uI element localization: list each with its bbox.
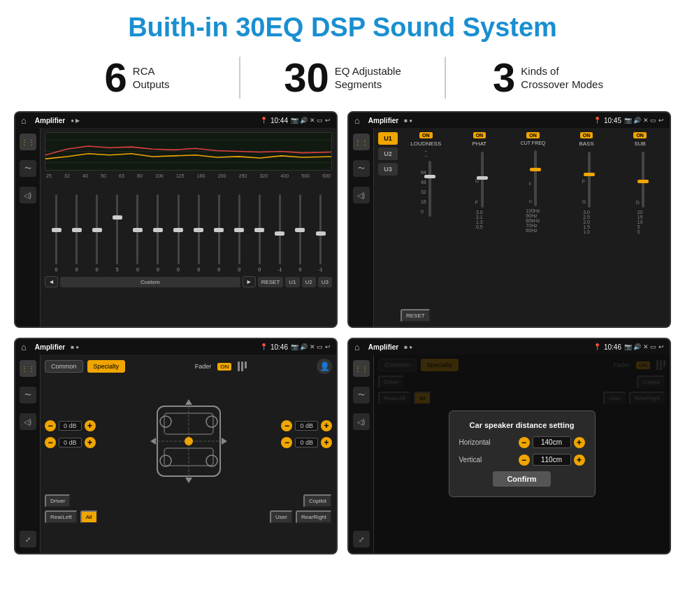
slider-track-6[interactable] [178,194,180,264]
phat-slider[interactable] [481,152,484,208]
expand-icon-4[interactable]: ⤢ [353,531,370,547]
rearleft-btn[interactable]: RearLeft [45,510,78,524]
slider-thumb-8 [214,228,224,232]
right-vol-controls: − 0 dB + − 0 dB + [281,420,332,448]
wave-icon-2[interactable]: 〜 [353,160,370,177]
common-tab[interactable]: Common [45,360,83,373]
horizontal-plus-button[interactable]: + [574,437,585,448]
slider-track-1[interactable] [75,194,78,264]
slider-track-5[interactable] [157,194,159,264]
app-name-3: Amplifier [35,343,65,351]
wave-icon-3[interactable]: 〜 [20,387,36,403]
eq-icon-3[interactable]: ⋮⋮ [20,360,36,377]
vertical-plus-button[interactable]: + [574,454,585,466]
eq-icon-2[interactable]: ⋮⋮ [353,134,370,150]
slider-track-10[interactable] [259,194,261,264]
eq-slider-11: -1 [270,194,290,272]
speaker-icon-3[interactable]: ◁) [20,413,36,430]
horizontal-minus-button[interactable]: − [519,437,530,448]
eq-custom-button[interactable]: Custom [60,277,240,287]
location-icon-1: 📍 [260,117,268,124]
preset-u2[interactable]: U2 [378,148,398,160]
eq-icon-4[interactable]: ⋮⋮ [353,360,370,377]
sub-slider[interactable] [642,152,644,208]
amp-phat-col: ON PHAT GF 3.02.11.30.5 [454,132,505,303]
slider-thumb-11 [275,231,284,236]
bass-thumb [584,173,595,176]
eq-u2-button[interactable]: U2 [302,277,316,287]
preset-u3[interactable]: U3 [378,163,398,176]
slider-track-2[interactable] [96,194,98,264]
time-1: 10:44 [271,117,288,124]
loudness-slider[interactable] [428,161,431,217]
preset-u1[interactable]: U1 [378,132,398,145]
eq-slider-7: 0 [189,194,209,272]
slider-track-0[interactable] [55,194,57,264]
eq-reset-button[interactable]: RESET [258,277,284,287]
speaker-icon-4[interactable]: ◁) [353,413,370,430]
amp-reset-button[interactable]: RESET [401,309,431,322]
slider-track-4[interactable] [136,194,138,264]
vol-minus-bl[interactable]: − [45,437,56,448]
slider-track-9[interactable] [238,194,240,264]
speaker-icon-1[interactable]: ◁) [20,187,36,203]
vol-plus-tr[interactable]: + [321,420,332,431]
slider-thumb-10 [254,228,264,232]
specialty-screen: ⌂ Amplifier ■ ● 📍 10:46 📷 🔊 ✕ ▭ ↩ ⋮⋮ 〜 ◁… [14,338,338,554]
vol-minus-tr[interactable]: − [281,420,292,431]
confirm-button[interactable]: Confirm [493,471,550,487]
eq-bottom-bar: ◄ Custom ► RESET U1 U2 U3 [45,276,332,287]
amp-cutfreq-col: ON CUT FREQ FG 100Hz90Hz80kHz70Hz60Hz [507,132,558,303]
eq-prev-button[interactable]: ◄ [45,276,58,287]
slider-thumb-0 [52,228,62,232]
vol-minus-br[interactable]: − [281,437,292,448]
user-icon-3[interactable]: 👤 [317,359,332,374]
vertical-value-text: 110cm [533,454,571,466]
slider-track-3[interactable] [116,194,118,264]
vol-plus-bl[interactable]: + [85,437,96,448]
status-bar-1: ⌂ Amplifier ● ▶ 📍 10:44 📷 🔊 ✕ ▭ ↩ [15,113,336,128]
slider-track-7[interactable] [198,194,200,264]
svg-marker-12 [150,438,156,445]
slider-thumb-9 [234,228,244,232]
status-icons-1: 📷 🔊 ✕ ▭ ↩ [291,117,331,124]
eq-slider-1: 0 [66,194,87,272]
slider-track-13[interactable] [319,194,322,264]
specialty-screen-content: ⋮⋮ 〜 ◁) ⤢ Common Specialty Fader ON [15,354,336,553]
home-icon-3: ⌂ [21,342,27,352]
bass-slider[interactable] [588,152,591,208]
eq-next-button[interactable]: ► [243,276,256,287]
slider-track-12[interactable] [299,194,301,264]
slider-track-11[interactable] [279,194,281,264]
vol-control-tr: − 0 dB + [281,420,332,431]
side-panel-4: ⋮⋮ 〜 ◁) ⤢ [349,354,374,553]
time-2: 10:45 [604,117,621,124]
stat-crossover-label: Kinds of Crossover Modes [521,64,603,92]
driver-btn[interactable]: Driver [45,494,71,508]
expand-icon-3[interactable]: ⤢ [20,531,36,547]
eq-icon[interactable]: ⋮⋮ [20,134,36,150]
vol-plus-br[interactable]: + [321,437,332,448]
rearright-btn[interactable]: RearRight [296,510,332,524]
status-dots-4: ■ ● [404,344,412,350]
specialty-tab[interactable]: Specialty [87,360,126,373]
eq-screen: ⌂ Amplifier ● ▶ 📍 10:44 📷 🔊 ✕ ▭ ↩ ⋮⋮ 〜 ◁… [14,111,338,328]
cutfreq-slider[interactable] [534,150,537,206]
wave-icon-1[interactable]: 〜 [20,160,36,177]
stat-eq: 30 EQ Adjustable Segments [247,57,438,98]
eq-u3-button[interactable]: U3 [318,277,332,287]
vertical-minus-button[interactable]: − [519,454,530,466]
eq-slider-12: 0 [290,194,310,272]
user-btn[interactable]: User [270,510,293,524]
copilot-btn[interactable]: Copilot [303,494,332,508]
slider-thumb-4 [133,228,143,232]
speaker-icon-2[interactable]: ◁) [353,187,370,203]
vol-minus-tl[interactable]: − [45,420,56,431]
specialty-top-bar: Common Specialty Fader ON 👤 [45,359,332,374]
speaker-buttons: Driver Copilot [45,494,332,508]
vol-plus-tl[interactable]: + [85,420,96,431]
eq-u1-button[interactable]: U1 [285,277,299,287]
slider-track-8[interactable] [218,194,220,264]
wave-icon-4[interactable]: 〜 [353,387,370,403]
all-btn[interactable]: All [80,510,98,524]
